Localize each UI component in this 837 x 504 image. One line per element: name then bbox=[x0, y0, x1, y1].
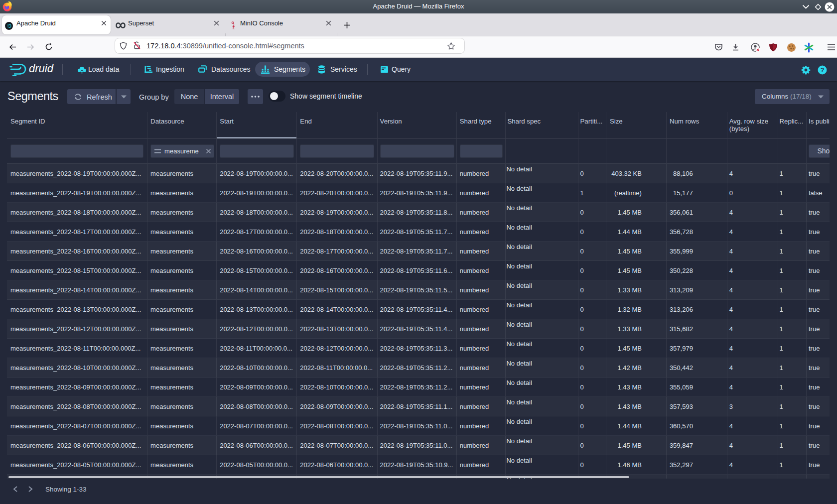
svg-text:?: ? bbox=[821, 67, 825, 74]
